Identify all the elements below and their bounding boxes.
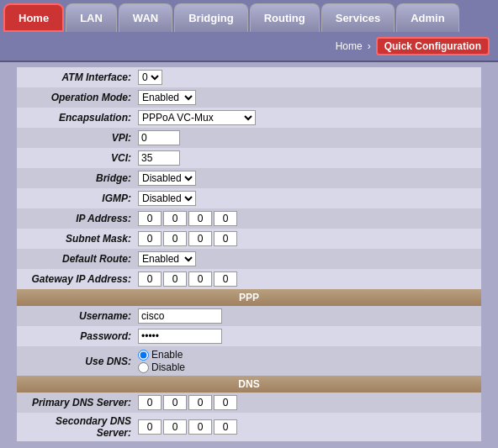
gateway-octet-1[interactable] — [138, 271, 162, 287]
gateway-ip-label: Gateway IP Address: — [17, 269, 135, 289]
ip-octet-4[interactable] — [214, 211, 237, 226]
use-dns-value: Enable Disable — [135, 346, 481, 376]
secondary-dns-label: Secondary DNS Server: — [17, 413, 135, 441]
use-dns-enable-label[interactable]: Enable — [138, 349, 478, 361]
tab-bridging[interactable]: Bridging — [174, 3, 247, 32]
igmp-label: IGMP: — [17, 188, 135, 208]
subnet-octet-1[interactable] — [138, 231, 162, 246]
igmp-value: Disabled Enabled — [135, 188, 481, 208]
use-dns-disable-label[interactable]: Disable — [138, 361, 478, 373]
username-label: Username: — [17, 306, 135, 326]
primary-dns-octet-3[interactable] — [188, 395, 212, 410]
primary-dns-value — [135, 393, 481, 413]
use-dns-label: Use DNS: — [17, 346, 135, 376]
subnet-mask-group — [138, 231, 478, 246]
primary-dns-octet-4[interactable] — [214, 395, 237, 410]
primary-dns-group — [138, 395, 478, 410]
secondary-dns-octet-3[interactable] — [188, 419, 212, 435]
vpi-value — [135, 128, 481, 148]
use-dns-group: Enable Disable — [138, 349, 478, 373]
default-route-value: Enabled Disabled — [135, 249, 481, 269]
vci-input[interactable] — [138, 150, 180, 166]
bridge-select[interactable]: Disabled Enabled — [138, 171, 196, 186]
secondary-dns-octet-1[interactable] — [138, 419, 162, 435]
secondary-dns-group — [138, 419, 478, 435]
ip-octet-2[interactable] — [163, 211, 187, 226]
username-input[interactable] — [138, 308, 222, 324]
vci-label: VCI: — [17, 148, 135, 168]
subnet-mask-label: Subnet Mask: — [17, 229, 135, 249]
igmp-select[interactable]: Disabled Enabled — [138, 191, 196, 206]
atm-interface-label: ATM Interface: — [17, 67, 135, 87]
subnet-octet-4[interactable] — [214, 231, 237, 246]
bridge-value: Disabled Enabled — [135, 168, 481, 188]
use-dns-disable-text: Disable — [151, 361, 185, 373]
username-value — [135, 306, 481, 326]
tab-wan[interactable]: WAN — [119, 3, 172, 32]
use-dns-enable-text: Enable — [151, 349, 183, 361]
password-label: Password: — [17, 326, 135, 346]
default-route-label: Default Route: — [17, 249, 135, 269]
ip-octet-3[interactable] — [188, 211, 212, 226]
breadcrumb-current: Quick Configuration — [376, 37, 490, 55]
encapsulation-select[interactable]: PPPoA VC-Mux PPPoE RFC1483 — [138, 110, 256, 125]
default-route-select[interactable]: Enabled Disabled — [138, 251, 196, 266]
breadcrumb-home: Home — [336, 40, 363, 52]
breadcrumb: Home › Quick Configuration — [0, 32, 498, 62]
config-form: ATM Interface: 0 Operation Mode: Enabled… — [17, 67, 481, 441]
ip-address-value — [135, 208, 481, 229]
tab-admin[interactable]: Admin — [396, 3, 458, 32]
primary-dns-octet-2[interactable] — [163, 395, 187, 410]
use-dns-disable-radio[interactable] — [138, 362, 149, 373]
vci-value — [135, 148, 481, 168]
content-area: ATM Interface: 0 Operation Mode: Enabled… — [0, 62, 498, 448]
gateway-ip-value — [135, 269, 481, 289]
atm-interface-value: 0 — [135, 67, 481, 87]
secondary-dns-value — [135, 413, 481, 441]
secondary-dns-octet-2[interactable] — [163, 419, 187, 435]
use-dns-enable-radio[interactable] — [138, 350, 149, 361]
secondary-dns-octet-4[interactable] — [214, 419, 237, 435]
tab-services[interactable]: Services — [321, 3, 395, 32]
gateway-octet-3[interactable] — [188, 271, 212, 287]
encapsulation-label: Encapsulation: — [17, 108, 135, 128]
dns-section-header: DNS — [17, 376, 481, 393]
subnet-mask-value — [135, 229, 481, 249]
operation-mode-select[interactable]: Enabled Disabled — [138, 90, 196, 105]
nav-bar: Home LAN WAN Bridging Routing Services A… — [0, 0, 498, 32]
tab-routing[interactable]: Routing — [250, 3, 320, 32]
ip-octet-1[interactable] — [138, 211, 162, 226]
vpi-label: VPI: — [17, 128, 135, 148]
operation-mode-value: Enabled Disabled — [135, 87, 481, 108]
operation-mode-label: Operation Mode: — [17, 87, 135, 108]
password-input[interactable] — [138, 329, 222, 344]
gateway-ip-group — [138, 271, 478, 287]
gateway-octet-4[interactable] — [214, 271, 237, 287]
ip-address-label: IP Address: — [17, 208, 135, 229]
ppp-section-header: PPP — [17, 289, 481, 306]
tab-lan[interactable]: LAN — [66, 3, 117, 32]
bridge-label: Bridge: — [17, 168, 135, 188]
password-value — [135, 326, 481, 346]
atm-interface-select[interactable]: 0 — [138, 70, 162, 85]
primary-dns-label: Primary DNS Server: — [17, 393, 135, 413]
primary-dns-octet-1[interactable] — [138, 395, 162, 410]
ip-address-group — [138, 211, 478, 226]
encapsulation-value: PPPoA VC-Mux PPPoE RFC1483 — [135, 108, 481, 128]
gateway-octet-2[interactable] — [163, 271, 187, 287]
vpi-input[interactable] — [138, 130, 180, 145]
subnet-octet-3[interactable] — [188, 231, 212, 246]
tab-home[interactable]: Home — [3, 3, 64, 32]
breadcrumb-separator: › — [368, 40, 371, 52]
subnet-octet-2[interactable] — [163, 231, 187, 246]
